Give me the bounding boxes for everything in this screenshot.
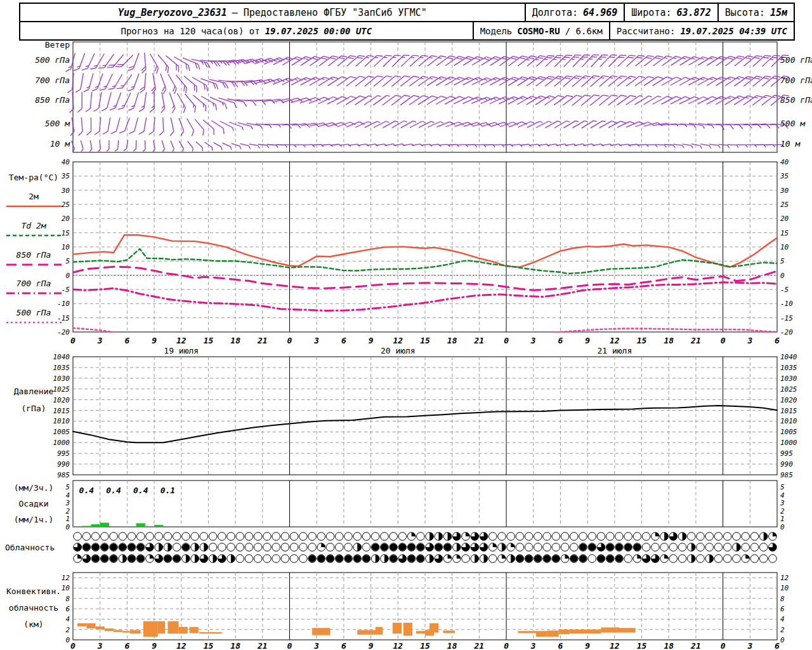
- y-axis-tick-label: 1015: [780, 407, 797, 415]
- header-box: Yug_Beryozovo_23631 – Предоставлено ФГБУ…: [19, 3, 795, 41]
- meteogram-chart: 40403535303025252020151510105500-5-5-10-…: [0, 0, 812, 650]
- wind-barb-icon: [111, 117, 120, 135]
- wind-barb-icon: [436, 54, 455, 70]
- cloud-cover-icon: [209, 543, 217, 552]
- wind-barb-icon: [662, 54, 681, 69]
- wind-barb-icon: [117, 72, 132, 91]
- hour-tick-label: 3: [97, 336, 103, 345]
- wind-barb-icon: [671, 76, 690, 90]
- wind-barb-icon: [418, 74, 437, 90]
- wind-barb-icon: [662, 76, 681, 90]
- cloud-fill: [683, 533, 686, 541]
- wind-barb-icon: [69, 140, 75, 152]
- wind-barb-icon: [436, 95, 455, 109]
- convective-cloud-bar: [179, 627, 188, 634]
- cloud-cover-icon: [290, 543, 298, 552]
- wind-barb-icon: [725, 94, 745, 109]
- wind-barb-icon: [107, 140, 109, 152]
- y-axis-tick-label: 2: [780, 507, 785, 515]
- wind-barb-icon: [164, 74, 178, 94]
- conv-panel-title-1: Конвективн.: [0, 587, 67, 596]
- convective-cloud-bar: [167, 621, 178, 634]
- convective-cloud-bar: [96, 627, 105, 630]
- cloud-cover-icon: [742, 543, 750, 552]
- cloud-fill: [318, 555, 325, 562]
- cloud-cover-icon: [236, 543, 244, 552]
- hour-tick-label: 0: [721, 336, 726, 345]
- wind-barb-icon: [192, 119, 206, 136]
- wind-level-500hpa: 500 гПа: [5, 56, 70, 65]
- cloud-fill: [381, 543, 388, 551]
- wind-barb-icon: [98, 51, 114, 70]
- wind-level-700hpa-right: 700 гПа: [780, 76, 812, 85]
- hour-tick-label: 18: [230, 336, 240, 345]
- hour-tick-label: 3: [747, 641, 752, 650]
- y-axis-tick-label: 35: [780, 172, 789, 180]
- cloud-cover-row: [74, 555, 776, 563]
- cloud-cover-icon: [552, 543, 560, 552]
- wind-barb-icon: [707, 95, 727, 108]
- cloud-fill: [764, 533, 768, 541]
- wind-barb-icon: [572, 74, 591, 90]
- y-axis-tick-label: 0: [65, 272, 70, 280]
- cloud-cover-icon: [759, 555, 768, 563]
- cloud-cover-icon: [362, 533, 370, 541]
- wind-barb-icon: [762, 93, 781, 109]
- hour-tick-label: 18: [664, 641, 674, 650]
- cloud-cover-icon: [733, 555, 741, 563]
- cloud-cover-icon: [534, 543, 542, 552]
- cloud-cover-icon: [110, 533, 118, 541]
- y-axis-tick-label: 1000: [780, 439, 797, 447]
- cloud-fill: [137, 555, 145, 562]
- wind-barb-icon: [508, 75, 528, 90]
- cloud-cover-icon: [733, 533, 741, 541]
- wind-barb-icon: [157, 92, 165, 113]
- cloud-cover-icon: [254, 555, 262, 563]
- y-axis-tick-label: 4: [780, 491, 785, 500]
- convective-cloud-bar: [393, 623, 402, 633]
- wind-barb-icon: [688, 76, 709, 89]
- wind-barb-icon: [139, 117, 147, 135]
- model-resolution: / 6.6км: [565, 26, 603, 36]
- y-axis-tick-label: 985: [780, 471, 793, 479]
- y-axis-tick-label: 995: [57, 449, 70, 458]
- convective-cloud-bar: [143, 621, 158, 637]
- wind-barb-icon: [301, 76, 321, 89]
- cloud-panel: [74, 533, 776, 563]
- wind-barb-icon: [310, 76, 329, 90]
- wind-barb-icon: [327, 95, 348, 108]
- temp-legend-700: 700 гПа: [0, 279, 67, 288]
- wind-barb-icon: [391, 93, 410, 109]
- wind-barb-icon: [108, 72, 122, 91]
- calc-info: Рассчитано: 19.07.2025 04:39 UTC: [610, 22, 794, 39]
- cloud-fill: [384, 555, 388, 563]
- convective-cloud-bar: [601, 627, 619, 632]
- wind-barb-icon: [133, 140, 136, 152]
- wind-barb-icon: [291, 76, 311, 89]
- y-axis-tick-label: 995: [780, 449, 793, 458]
- wind-barb-icon: [436, 75, 455, 90]
- wind-barb-icon: [174, 118, 185, 136]
- cloud-cover-icon: [236, 555, 244, 563]
- cloud-cover-icon: [697, 533, 705, 541]
- hour-tick-label: 9: [369, 641, 374, 650]
- cloud-fill: [516, 555, 524, 562]
- cloud-cover-icon: [308, 533, 317, 541]
- wind-barb-icon: [177, 141, 185, 152]
- y-axis-tick-label: 1040: [780, 353, 797, 361]
- wind-barb-icon: [228, 122, 244, 129]
- y-axis-tick-label: 1010: [780, 417, 797, 425]
- hour-tick-label: 6: [124, 336, 129, 345]
- cloud-fill: [637, 555, 641, 559]
- cloud-cover-icon: [182, 533, 190, 541]
- wind-barb-icon: [74, 51, 85, 72]
- wind-barb-icon: [115, 140, 119, 152]
- cloud-cover-icon: [552, 533, 560, 541]
- wind-barb-icon: [172, 57, 192, 71]
- cloud-cover-icon: [561, 533, 569, 541]
- cloud-fill: [466, 533, 469, 536]
- hour-tick-label: 15: [637, 336, 647, 345]
- wind-barb-row: [65, 51, 789, 74]
- wind-barb-icon: [149, 117, 155, 135]
- cloud-cover-icon: [263, 533, 272, 541]
